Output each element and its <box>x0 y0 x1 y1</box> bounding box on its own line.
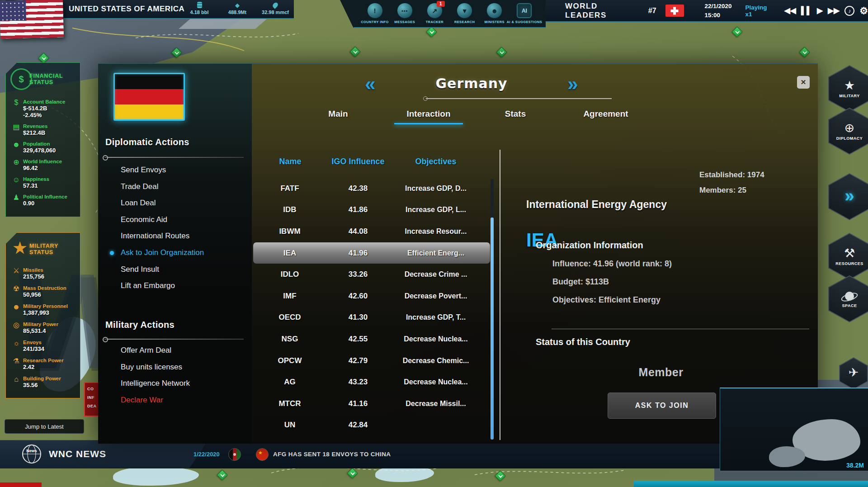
igo-objective: Decrease Chemic... <box>390 357 482 365</box>
map-ui-fragment <box>179 19 267 29</box>
topbar-status-section: WORLD LEADERS #7 22/1/2020 15:00 Playing… <box>546 0 868 22</box>
section-divider <box>104 339 244 340</box>
resource-icon <box>197 1 202 9</box>
stat-value: 57.31 <box>23 182 49 189</box>
game-date: 22/1/2020 <box>705 3 732 9</box>
jump-to-latest-button[interactable]: Jump to Latest <box>5 419 84 434</box>
nav-glyph: ! <box>374 7 376 14</box>
igo-objective: Increase GDP, D... <box>390 184 482 193</box>
stat-icon: ☻ <box>9 303 23 316</box>
nav-label: TRACKER <box>426 20 443 24</box>
igo-influence: 41.30 <box>326 313 390 322</box>
minimap-panel[interactable]: 38.2M <box>720 388 868 471</box>
scrollbar-thumb[interactable] <box>491 217 494 440</box>
playback-button[interactable]: ⚙ <box>859 6 868 15</box>
table-row[interactable]: IMF 42.60 Decrease Povert... <box>253 285 490 307</box>
diplomatic-action[interactable]: Trade Deal <box>98 179 252 195</box>
stat-label: Mass Destruction <box>23 285 66 291</box>
ask-to-join-button[interactable]: ASK TO JOIN <box>608 392 716 419</box>
rail-icon <box>841 290 858 302</box>
nav-button[interactable]: ! COUNTRY INFO <box>360 3 390 24</box>
military-action[interactable]: Offer Arm Deal <box>98 342 252 359</box>
country-status-value: Member <box>609 366 713 379</box>
world-leaders-label[interactable]: WORLD LEADERS <box>565 2 637 20</box>
vertical-divider <box>500 150 500 440</box>
nav-icon[interactable]: ☻ <box>486 3 502 19</box>
topbar-nav-section: ! COUNTRY INFO ••• MESSAGES ↗ <box>340 0 546 28</box>
igo-table-header: Name IGO Influence Objectives <box>254 157 489 166</box>
diplomatic-action[interactable]: Lift an Embargo <box>98 278 252 294</box>
news-ticker: AFG HAS SENT 18 ENVOYS TO CHINA <box>273 440 391 468</box>
diplomatic-action[interactable]: Economic Aid <box>98 212 252 228</box>
diplomatic-action[interactable]: Loan Deal <box>98 195 252 212</box>
table-row[interactable]: IDLO 33.26 Decrease Crime ... <box>253 264 490 285</box>
nav-button[interactable]: AI AI & SUGGESTIONS <box>509 3 539 24</box>
playback-button[interactable]: ▶ <box>817 7 823 14</box>
table-row[interactable]: OECD 41.30 Increase GDP, T... <box>253 307 490 329</box>
nav-label: MINISTERS <box>485 20 505 24</box>
nav-icon[interactable]: ▼ <box>457 3 472 19</box>
prev-country-chevron[interactable]: « <box>360 75 380 94</box>
nav-button[interactable]: ▼ RESEARCH <box>450 3 480 24</box>
nav-button[interactable]: ☻ MINISTERS <box>480 3 509 24</box>
nav-glyph: ☻ <box>491 7 498 14</box>
dialog-tab[interactable]: Stats <box>475 109 556 119</box>
nav-icon[interactable]: AI <box>516 3 532 19</box>
playback-button[interactable]: ▶▶ <box>828 7 840 14</box>
igo-name: UN <box>253 421 326 430</box>
stat-icon: ▤ <box>9 123 23 136</box>
table-row[interactable]: IDB 41.86 Increase GDP, L... <box>253 199 490 221</box>
stat-icon: ☻ <box>9 141 23 154</box>
playback-button[interactable]: ◀◀ <box>784 7 796 14</box>
stat-value: 329,478,060 <box>23 147 56 154</box>
playback-button[interactable]: ▌▌ <box>801 7 812 14</box>
table-row[interactable]: UN 42.84 <box>253 415 490 436</box>
table-row[interactable]: MTCR 41.16 Decrease Missil... <box>253 393 490 415</box>
table-row[interactable]: IEA 41.96 Efficient Energ... <box>253 242 490 264</box>
dialog-tab[interactable]: Main <box>297 109 379 119</box>
stat-icon: ☺ <box>9 176 23 189</box>
player-country-name: UNITED STATES OF AMERICA <box>69 0 184 18</box>
playback-button[interactable]: ♪ <box>844 6 854 16</box>
igo-influence: 42.79 <box>326 356 390 365</box>
igo-name: IBWM <box>253 227 326 236</box>
table-row[interactable]: NSG 42.55 Decrease Nuclea... <box>253 328 490 350</box>
close-icon[interactable]: ✕ <box>797 76 810 89</box>
leader-flag-switzerland[interactable] <box>665 5 684 17</box>
table-row[interactable]: OPCW 42.79 Decrease Chemic... <box>253 350 490 372</box>
nav-icon[interactable]: ↗ 1 <box>427 3 443 19</box>
military-action[interactable]: Buy units licenses <box>98 359 252 376</box>
military-action[interactable]: Intelligence Network <box>98 375 252 392</box>
diplomatic-action[interactable]: Ask to Join Organization <box>98 245 252 261</box>
igo-objective: Efficient Energ... <box>390 249 482 257</box>
dialog-tab[interactable]: Agreement <box>565 109 646 119</box>
nav-button[interactable]: ••• MESSAGES <box>390 3 420 24</box>
dialog-tab[interactable]: Interaction <box>388 109 469 119</box>
next-country-chevron[interactable]: » <box>563 75 583 94</box>
stat-row: ♟ Political Influence 0.90 <box>9 194 78 207</box>
table-row[interactable]: FATF 42.38 Increase GDP, D... <box>253 178 490 199</box>
nav-icon-row: ! COUNTRY INFO ••• MESSAGES ↗ <box>340 0 546 24</box>
table-row[interactable]: AG 43.23 Decrease Nuclea... <box>253 371 490 393</box>
diplomatic-action[interactable]: International Routes <box>98 228 252 245</box>
igo-name: OECD <box>253 313 326 322</box>
igo-influence: 41.16 <box>326 399 390 408</box>
igo-objective: Decrease Nuclea... <box>390 378 482 386</box>
financial-panel-title: FINANCIAL STATUS <box>29 73 80 85</box>
nav-icon[interactable]: ! <box>367 3 383 19</box>
table-row[interactable]: IBWM 44.08 Increase Resour... <box>253 221 490 242</box>
game-time: 15:00 <box>705 12 721 19</box>
stat-text: Military Power 85,531.4 <box>23 322 58 334</box>
financial-emblem-icon: $ <box>10 68 32 90</box>
table-scrollbar[interactable] <box>491 179 494 440</box>
diplomatic-action[interactable]: Send Envoys <box>98 162 252 179</box>
nav-button[interactable]: ↗ 1 TRACKER <box>420 3 449 24</box>
stat-value: 1,387,993 <box>23 309 68 316</box>
stat-label: World Influence <box>23 159 62 165</box>
diplomatic-action[interactable]: Send Insult <box>98 261 252 278</box>
player-flag-usa[interactable] <box>0 0 64 39</box>
stat-icon: ♟ <box>9 194 23 207</box>
org-objectives-line: Objectives: Efficient Energy <box>552 295 672 305</box>
nav-icon[interactable]: ••• <box>397 3 413 19</box>
military-action[interactable]: Declare War <box>98 392 252 409</box>
